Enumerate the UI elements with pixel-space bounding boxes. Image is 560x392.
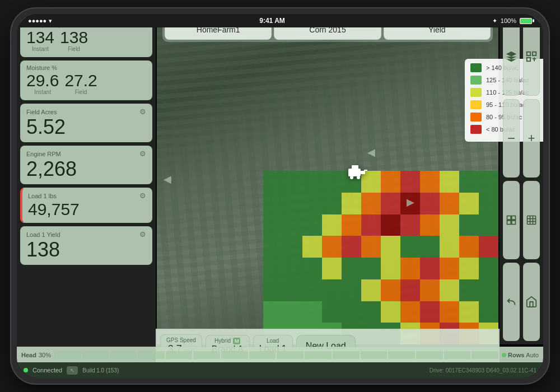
yield-cell bbox=[400, 301, 420, 323]
app-status-left: Connected ↖ Build 1.0 (153) bbox=[24, 366, 119, 375]
zoom-out-button[interactable]: − bbox=[503, 99, 520, 178]
field-acres-gear-icon[interactable]: ⚙ bbox=[139, 108, 146, 116]
yield-cell bbox=[459, 171, 479, 193]
head-segment bbox=[110, 351, 137, 359]
yield-cell bbox=[263, 214, 283, 236]
home-button[interactable] bbox=[523, 263, 540, 341]
svg-rect-11 bbox=[507, 221, 511, 225]
yield-cell bbox=[381, 258, 400, 279]
svg-rect-4 bbox=[361, 171, 365, 174]
status-left: ●●●●● ▾ bbox=[28, 17, 52, 25]
yield-cell bbox=[302, 193, 322, 214]
legend-color-swatch bbox=[470, 63, 482, 72]
yield-cell bbox=[283, 301, 302, 323]
svg-rect-13 bbox=[528, 216, 536, 225]
yield-cell bbox=[302, 258, 322, 279]
head-segment bbox=[166, 351, 193, 359]
status-right: ✦ 100% bbox=[492, 17, 532, 25]
zoom-in-button[interactable]: + bbox=[523, 99, 540, 178]
svg-rect-5 bbox=[364, 170, 367, 171]
load-lbs-gear-icon[interactable]: ⚙ bbox=[139, 192, 146, 200]
yield-cell bbox=[342, 301, 361, 323]
yield-cell bbox=[263, 171, 283, 193]
yield-cell bbox=[361, 301, 381, 323]
field-acres-value: 5.52 bbox=[26, 115, 66, 138]
drive-info: Drive: 0017EC348903 D640_03.02.11C-41 bbox=[430, 367, 536, 374]
yield-cell bbox=[420, 171, 440, 193]
yield-cell bbox=[400, 258, 420, 279]
load-label: Load bbox=[267, 338, 279, 344]
rows-label: Rows bbox=[508, 352, 524, 358]
app-status-right: Drive: 0017EC348903 D640_03.02.11C-41 bbox=[430, 367, 536, 374]
moisture-field-block: 27.2 Field bbox=[64, 72, 97, 95]
back-button[interactable] bbox=[503, 263, 520, 341]
status-bar: ●●●●● ▾ 9:41 AM ✦ 100% bbox=[17, 14, 543, 27]
yield-cell bbox=[381, 171, 400, 193]
map-arrow-right[interactable]: ▶ bbox=[407, 196, 414, 208]
yield-cell bbox=[440, 171, 459, 193]
table-button[interactable] bbox=[523, 181, 540, 259]
field-acres-card: Field Acres ⚙ 5.52 bbox=[20, 104, 152, 142]
yield-field-label: Field bbox=[68, 46, 80, 52]
yield-cell bbox=[440, 279, 459, 301]
map-layer-button[interactable] bbox=[503, 17, 520, 96]
yield-cell bbox=[440, 301, 459, 323]
moisture-field-value: 27.2 bbox=[64, 72, 97, 89]
yield-field-value: 138 bbox=[60, 29, 88, 46]
engine-rpm-value: 2,268 bbox=[26, 157, 77, 180]
moisture-field-label: Field bbox=[75, 89, 87, 95]
yield-cell bbox=[342, 214, 361, 236]
head-segment bbox=[305, 351, 332, 359]
load-yield-value: 138 bbox=[26, 238, 60, 261]
yield-cell bbox=[263, 236, 283, 258]
yield-cell bbox=[440, 236, 459, 258]
head-segment bbox=[54, 351, 81, 359]
moisture-values: 29.6 Instant 27.2 Field bbox=[26, 72, 146, 95]
yield-instant-label: Instant bbox=[32, 46, 49, 52]
svg-point-2 bbox=[350, 176, 353, 179]
moisture-instant-value: 29.6 bbox=[26, 72, 59, 89]
expand-button[interactable] bbox=[503, 181, 520, 259]
svg-rect-10 bbox=[512, 216, 516, 220]
yield-cell bbox=[283, 258, 302, 279]
cursor-button[interactable]: ↖ bbox=[67, 366, 78, 375]
legend-color-swatch bbox=[470, 113, 482, 122]
hybrid-label: Hybrid bbox=[214, 338, 231, 344]
yield-cell bbox=[381, 301, 400, 323]
moisture-instant-block: 29.6 Instant bbox=[26, 72, 59, 95]
svg-rect-1 bbox=[352, 165, 358, 170]
yield-cell bbox=[400, 171, 420, 193]
map-arrow-left[interactable]: ◀ bbox=[164, 173, 171, 185]
head-segment bbox=[82, 351, 109, 359]
yield-cell bbox=[479, 258, 498, 279]
yield-field-block: 138 Field bbox=[60, 29, 88, 52]
svg-rect-8 bbox=[527, 58, 530, 61]
head-segment bbox=[388, 351, 415, 359]
legend-color-swatch bbox=[470, 100, 482, 109]
settings-button[interactable] bbox=[523, 17, 540, 96]
yield-cell bbox=[479, 236, 498, 258]
yield-cell bbox=[322, 171, 342, 193]
engine-rpm-gear-icon[interactable]: ⚙ bbox=[139, 150, 146, 158]
engine-rpm-card: Engine RPM ⚙ 2,268 bbox=[20, 146, 152, 184]
yield-instant-value: 134 bbox=[26, 29, 54, 46]
yield-cell bbox=[459, 236, 479, 258]
svg-rect-12 bbox=[512, 221, 516, 225]
yield-cell bbox=[459, 193, 479, 214]
head-percentage: 30% bbox=[39, 352, 51, 358]
yield-cell bbox=[263, 301, 283, 323]
yield-cell bbox=[381, 279, 400, 301]
yield-cell bbox=[342, 279, 361, 301]
map-area[interactable]: ◀ ▶ ◀ bbox=[157, 14, 498, 344]
yield-cell bbox=[342, 258, 361, 279]
yield-cell bbox=[283, 279, 302, 301]
yield-cell bbox=[420, 214, 440, 236]
yield-cell bbox=[283, 214, 302, 236]
yield-cell bbox=[322, 279, 342, 301]
map-arrow-up[interactable]: ◀ bbox=[367, 146, 375, 158]
rows-value: Auto bbox=[526, 352, 539, 358]
load-lbs-value: 49,757 bbox=[28, 200, 80, 218]
yield-cell bbox=[381, 214, 400, 236]
yield-map-overlay bbox=[263, 171, 498, 344]
load-yield-gear-icon[interactable]: ⚙ bbox=[139, 230, 146, 239]
